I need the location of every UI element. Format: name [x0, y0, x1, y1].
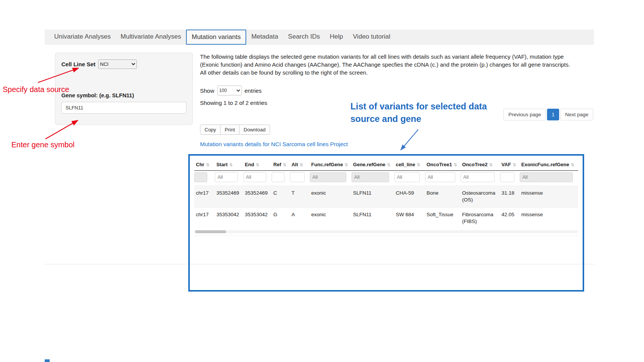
filter-cell	[290, 171, 309, 186]
gene-symbol-input[interactable]	[61, 102, 186, 114]
sort-icon[interactable]: ⇅	[571, 162, 574, 167]
column-header-OncoTree2[interactable]: OncoTree2⇅	[461, 158, 500, 171]
page-length-select[interactable]: 100	[217, 86, 242, 95]
table-cell: CHA-59	[394, 186, 425, 208]
table-cell: missense	[520, 208, 578, 229]
next-page-button[interactable]: Next page	[560, 109, 594, 120]
sort-icon[interactable]: ⇅	[387, 162, 390, 167]
table-cell: Soft_Tissue	[425, 208, 461, 229]
tab-mutation-variants[interactable]: Mutation variants	[186, 30, 246, 45]
sort-icon[interactable]: ⇅	[417, 162, 420, 167]
annotation-variants-list: List of variants for selected data sourc…	[350, 100, 502, 125]
sort-icon[interactable]: ⇅	[206, 162, 209, 167]
column-header-OncoTree1[interactable]: OncoTree1⇅	[425, 158, 461, 171]
column-header-Alt[interactable]: Alt⇅	[290, 158, 309, 171]
column-header-Ref[interactable]: Ref⇅	[272, 158, 290, 171]
cell-line-set-select[interactable]: NCI	[98, 59, 137, 69]
column-label: cell_line	[396, 162, 415, 167]
filter-Chr[interactable]	[194, 172, 207, 182]
filter-OncoTree1[interactable]	[425, 172, 455, 182]
table-cell: 35352469	[215, 186, 243, 208]
cell-line-set-row: Cell Line Set NCI	[61, 59, 186, 69]
column-header-Start[interactable]: Start⇅	[215, 158, 243, 171]
table-cell: SLFN11	[352, 208, 394, 229]
filter-cell_line[interactable]	[394, 172, 420, 182]
sort-icon[interactable]: ⇅	[489, 162, 492, 167]
tab-univariate-analyses[interactable]: Univariate Analyses	[49, 30, 116, 45]
table-cell: missense	[520, 186, 578, 208]
column-label: ExonicFunc.refGene	[521, 162, 569, 167]
table-cell: G	[272, 208, 290, 229]
table-cell: SW 684	[394, 208, 425, 229]
table-cell: A	[290, 208, 309, 229]
variants-table-container: Chr⇅Start⇅End⇅Ref⇅Alt⇅Func.refGene⇅Gene.…	[188, 154, 584, 292]
filter-End[interactable]	[243, 172, 266, 182]
tab-search-ids[interactable]: Search IDs	[283, 30, 325, 45]
column-header-Gene.refGene[interactable]: Gene.refGene⇅	[352, 158, 394, 171]
column-label: Chr	[196, 162, 204, 167]
table-cell: 42.05	[500, 208, 520, 229]
table-caption-link[interactable]: Mutation variants details for NCI Sarcom…	[200, 141, 348, 147]
sort-icon[interactable]: ⇅	[283, 162, 286, 167]
filter-cell	[243, 171, 272, 186]
filter-cell	[272, 171, 290, 186]
column-label: Alt	[291, 162, 298, 167]
copy-button[interactable]: Copy	[200, 125, 220, 135]
page-length-control: Show 100 entries	[200, 86, 262, 95]
pagination: Previous page 1 Next page	[503, 109, 593, 120]
filter-VAF[interactable]	[500, 172, 514, 182]
previous-page-button[interactable]: Previous page	[503, 109, 546, 120]
tab-help[interactable]: Help	[325, 30, 348, 45]
table-cell: exonic	[310, 208, 352, 229]
sort-icon[interactable]: ⇅	[453, 162, 457, 167]
sort-icon[interactable]: ⇅	[344, 162, 348, 167]
column-header-Func.refGene[interactable]: Func.refGene⇅	[310, 158, 352, 171]
table-cell: Bone	[425, 186, 461, 208]
filter-cell	[425, 171, 461, 186]
scrollbar-thumb[interactable]	[195, 230, 226, 233]
filter-Alt[interactable]	[290, 172, 304, 182]
download-button[interactable]: Download	[239, 125, 270, 135]
table-cell: 35353042	[215, 208, 243, 229]
table-row[interactable]: chr173535246935352469CTexonicSLFN11CHA-5…	[194, 186, 578, 208]
column-label: OncoTree2	[462, 162, 488, 167]
filter-Func.refGene[interactable]	[310, 172, 347, 182]
print-button[interactable]: Print	[220, 125, 239, 135]
table-header-row: Chr⇅Start⇅End⇅Ref⇅Alt⇅Func.refGene⇅Gene.…	[194, 158, 578, 171]
tab-metadata[interactable]: Metadata	[246, 30, 283, 45]
tab-multivariate-analyses[interactable]: Multivariate Analyses	[116, 30, 186, 45]
sort-icon[interactable]: ⇅	[513, 162, 516, 167]
input-panel: Cell Line Set NCI Gene symbol: (e.g. SLF…	[55, 53, 193, 125]
table-bottom-divider	[194, 236, 578, 236]
table-cell: chr17	[194, 208, 215, 229]
filter-cell	[394, 171, 425, 186]
sort-icon[interactable]: ⇅	[229, 162, 233, 167]
filter-Gene.refGene[interactable]	[352, 172, 389, 182]
show-label: Show	[200, 87, 214, 94]
filter-Start[interactable]	[215, 172, 238, 182]
filter-cell	[194, 171, 215, 186]
table-cell: exonic	[310, 186, 352, 208]
column-label: VAF	[502, 162, 511, 167]
tab-video-tutorial[interactable]: Video tutorial	[348, 30, 395, 45]
sort-icon[interactable]: ⇅	[300, 162, 303, 167]
annotation-specify-data-source: Specify data source	[3, 85, 69, 94]
entries-label: entries	[245, 87, 262, 94]
current-page-button[interactable]: 1	[547, 109, 559, 120]
filter-ExonicFunc.refGene[interactable]	[520, 172, 573, 182]
filter-Ref[interactable]	[272, 172, 284, 182]
filter-cell	[520, 171, 578, 186]
table-row[interactable]: chr173535304235353042GAexonicSLFN11SW 68…	[194, 208, 578, 229]
sort-icon[interactable]: ⇅	[256, 162, 259, 167]
column-header-ExonicFunc.refGene[interactable]: ExonicFunc.refGene⇅	[520, 158, 578, 171]
column-header-cell_line[interactable]: cell_line⇅	[394, 158, 425, 171]
horizontal-scrollbar[interactable]	[194, 230, 578, 233]
table-info: Showing 1 to 2 of 2 entries	[200, 100, 267, 106]
table-cell: T	[290, 186, 309, 208]
column-header-End[interactable]: End⇅	[243, 158, 272, 171]
gene-symbol-label: Gene symbol: (e.g. SLFN11)	[61, 92, 186, 98]
column-header-VAF[interactable]: VAF⇅	[500, 158, 520, 171]
table-cell: 35352469	[243, 186, 272, 208]
column-header-Chr[interactable]: Chr⇅	[194, 158, 215, 171]
filter-OncoTree2[interactable]	[461, 172, 495, 182]
